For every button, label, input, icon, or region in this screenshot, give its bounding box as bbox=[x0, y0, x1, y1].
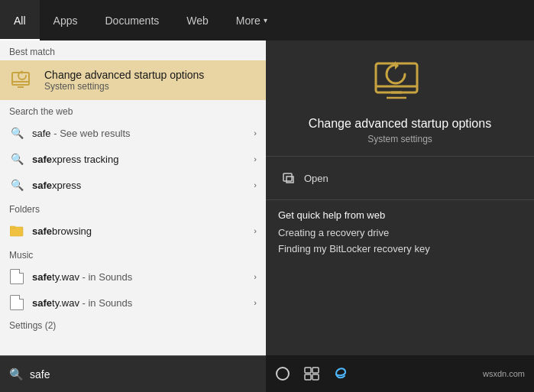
tab-more[interactable]: More ▾ bbox=[222, 0, 281, 40]
file-icon bbox=[9, 269, 24, 284]
svg-rect-6 bbox=[10, 226, 15, 228]
search-icon: 🔍 bbox=[9, 177, 24, 193]
svg-point-13 bbox=[277, 368, 289, 380]
best-match-item[interactable]: Change advanced startup options System s… bbox=[0, 60, 266, 100]
help-link-recovery[interactable]: Creating a recovery drive bbox=[278, 227, 522, 238]
tab-more-label: More bbox=[236, 15, 261, 27]
search-web-label: Search the web bbox=[0, 100, 266, 120]
list-item[interactable]: safety.wav - in Sounds › bbox=[0, 264, 266, 290]
chevron-right-icon: › bbox=[254, 154, 257, 164]
list-item[interactable]: 🔍 safe - See web results › bbox=[0, 120, 266, 146]
svg-rect-15 bbox=[312, 368, 319, 373]
tab-documents-label: Documents bbox=[105, 15, 159, 27]
top-navigation: All Apps Documents Web More ▾ bbox=[0, 0, 534, 40]
web-result-safe: safe - See web results bbox=[32, 128, 254, 139]
best-match-title: Change advanced startup options bbox=[44, 69, 204, 81]
search-icon: 🔍 bbox=[9, 151, 24, 167]
safe-text: safe bbox=[32, 128, 51, 139]
open-action[interactable]: Open bbox=[278, 166, 522, 190]
list-item[interactable]: safebrowsing › bbox=[0, 218, 266, 244]
open-icon bbox=[281, 170, 296, 186]
chevron-right-icon: › bbox=[254, 128, 257, 138]
music-safety-wav-2: safety.wav - in Sounds bbox=[32, 297, 254, 309]
list-item[interactable]: 🔍 safexpress › bbox=[0, 172, 266, 198]
brand-text: wsxdn.com bbox=[483, 369, 525, 378]
chevron-right-icon: › bbox=[254, 272, 257, 281]
left-panel: Best match Change advanced startup optio… bbox=[0, 40, 266, 355]
tab-all-label: All bbox=[14, 15, 26, 27]
search-icon-bottom: 🔍 bbox=[9, 368, 24, 381]
help-title: Get quick help from web bbox=[278, 209, 522, 221]
taskbar: 🔍 bbox=[0, 355, 534, 392]
open-label: Open bbox=[304, 173, 328, 184]
tab-web[interactable]: Web bbox=[173, 0, 222, 40]
main-content: Best match Change advanced startup optio… bbox=[0, 40, 534, 355]
file-icon bbox=[9, 295, 24, 310]
right-help: Get quick help from web Creating a recov… bbox=[266, 200, 534, 268]
right-panel: Change advanced startup options System s… bbox=[266, 40, 534, 355]
app-icon-large bbox=[370, 56, 431, 109]
start-icon[interactable] bbox=[275, 366, 290, 381]
best-match-text: Change advanced startup options System s… bbox=[44, 69, 204, 92]
tab-documents[interactable]: Documents bbox=[91, 0, 173, 40]
folders-label: Folders bbox=[0, 198, 266, 218]
svg-rect-16 bbox=[305, 374, 311, 380]
chevron-right-icon: › bbox=[254, 226, 257, 235]
taskbar-right: wsxdn.com bbox=[266, 355, 534, 392]
right-header: Change advanced startup options System s… bbox=[266, 40, 534, 157]
search-input[interactable] bbox=[30, 368, 257, 381]
folder-safebrowsing: safebrowsing bbox=[32, 225, 254, 237]
music-label: Music bbox=[0, 244, 266, 264]
taskbar-icons bbox=[275, 366, 348, 381]
folder-icon bbox=[9, 223, 24, 238]
web-result-safexpress-tracking: safexpress tracking bbox=[32, 154, 254, 165]
tab-all[interactable]: All bbox=[0, 0, 40, 40]
chevron-down-icon: ▾ bbox=[264, 16, 267, 24]
tab-apps-label: Apps bbox=[53, 15, 78, 27]
list-item[interactable]: 🔍 safexpress tracking › bbox=[0, 146, 266, 172]
chevron-right-icon: › bbox=[254, 298, 257, 307]
help-link-bitlocker[interactable]: Finding my BitLocker recovery key bbox=[278, 243, 522, 254]
tab-web-label: Web bbox=[186, 15, 209, 27]
edge-icon[interactable] bbox=[333, 366, 348, 381]
startup-settings-icon bbox=[9, 66, 37, 94]
list-item[interactable]: safety.wav - in Sounds › bbox=[0, 290, 266, 316]
settings-label: Settings (2) bbox=[0, 316, 266, 334]
svg-rect-17 bbox=[312, 374, 319, 380]
svg-rect-14 bbox=[305, 368, 311, 373]
chevron-right-icon: › bbox=[254, 180, 257, 190]
best-match-subtitle: System settings bbox=[44, 81, 204, 92]
task-view-icon[interactable] bbox=[304, 367, 319, 381]
search-bar: 🔍 bbox=[0, 355, 266, 392]
right-app-subtitle: System settings bbox=[367, 134, 432, 144]
right-actions: Open bbox=[266, 157, 534, 200]
music-safety-wav-1: safety.wav - in Sounds bbox=[32, 271, 254, 283]
best-match-label: Best match bbox=[0, 40, 266, 60]
search-icon: 🔍 bbox=[9, 125, 24, 141]
right-app-title: Change advanced startup options bbox=[309, 117, 491, 131]
svg-rect-12 bbox=[283, 173, 292, 181]
web-result-safexpress: safexpress bbox=[32, 180, 254, 191]
tab-apps[interactable]: Apps bbox=[40, 0, 92, 40]
